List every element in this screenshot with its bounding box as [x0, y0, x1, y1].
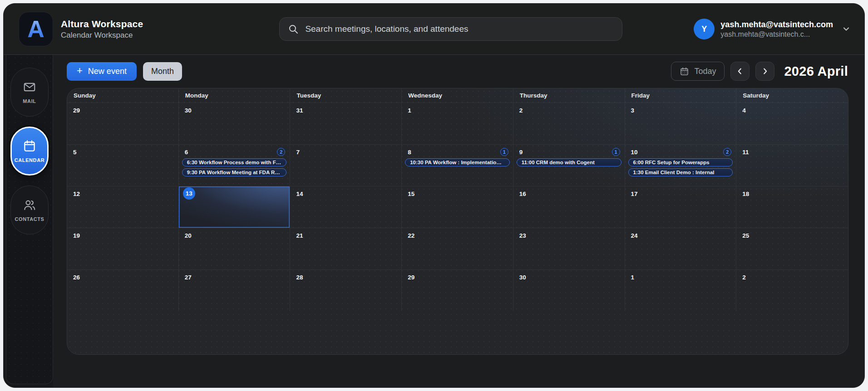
day-cell-9[interactable]: 9111:00 CRM demo with Cogent: [513, 144, 625, 186]
day-cell-top: 29: [405, 272, 510, 282]
day-cell-top: 81: [405, 147, 510, 157]
day-number: 18: [742, 191, 749, 197]
day-cell-14[interactable]: 14: [290, 186, 402, 228]
sidebar-item-calendar[interactable]: CALENDAR: [10, 127, 49, 176]
day-number: 27: [185, 274, 192, 281]
day-cell-top: 20: [182, 230, 287, 240]
day-number: 24: [631, 232, 638, 239]
day-cell-30[interactable]: 30: [513, 269, 625, 311]
day-cell-30[interactable]: 30: [179, 103, 291, 144]
day-cell-4[interactable]: 4: [736, 103, 848, 144]
day-number: 14: [296, 191, 303, 197]
day-cell-19[interactable]: 19: [67, 228, 179, 269]
title-block: Altura Workspace Calendar Workspace: [61, 19, 143, 40]
sidebar-item-label: CONTACTS: [15, 216, 44, 222]
calendar-panel: SundayMondayTuesdayWednesdayThursdayFrid…: [67, 88, 848, 355]
day-number: 31: [296, 107, 303, 114]
day-cell-13[interactable]: 13: [179, 186, 291, 228]
day-cell-29[interactable]: 29: [402, 269, 513, 311]
day-cell-31[interactable]: 31: [290, 103, 402, 144]
day-cell-3[interactable]: 3: [625, 103, 737, 144]
event-pill[interactable]: 10:30 PA Workflow : Implementation & Te.…: [405, 158, 510, 166]
new-event-button[interactable]: + New event: [67, 62, 137, 81]
day-cell-top: 102: [628, 147, 733, 157]
day-number: 3: [631, 107, 635, 114]
event-pill[interactable]: 6:00 RFC Setup for Powerapps: [628, 158, 733, 166]
toolbar: + New event Month: [53, 55, 864, 84]
day-cell-25[interactable]: 25: [736, 228, 848, 269]
day-cell-2[interactable]: 2: [513, 103, 625, 144]
app-title: Altura Workspace: [61, 19, 143, 29]
event-count-badge: 2: [723, 148, 731, 156]
app-window: A Altura Workspace Calendar Workspace Y …: [3, 3, 865, 388]
day-cell-16[interactable]: 16: [513, 186, 625, 228]
calendar-icon: [23, 139, 36, 153]
day-cell-24[interactable]: 24: [625, 228, 737, 269]
day-cell-1[interactable]: 1: [402, 103, 513, 144]
weekday-header: Sunday: [67, 88, 179, 103]
day-cell-top: 62: [182, 147, 287, 157]
event-count-badge: 1: [612, 148, 620, 156]
plus-icon: +: [77, 66, 83, 76]
weekday-header: Wednesday: [402, 88, 513, 103]
day-number: 19: [73, 232, 80, 239]
day-number: 23: [519, 232, 526, 239]
day-cell-23[interactable]: 23: [513, 228, 625, 269]
user-menu[interactable]: Y yash.mehta@vatsintech.com yash.mehta@v…: [694, 19, 851, 39]
day-cell-21[interactable]: 21: [290, 228, 402, 269]
chevron-right-icon: [761, 67, 769, 75]
sidebar-item-contacts[interactable]: CONTACTS: [10, 186, 49, 235]
weekday-header-row: SundayMondayTuesdayWednesdayThursdayFrid…: [67, 88, 848, 103]
day-cell-top: 4: [740, 105, 845, 115]
day-number: 2: [519, 107, 523, 114]
day-cell-10[interactable]: 1026:00 RFC Setup for Powerapps1:30 Emai…: [625, 144, 737, 186]
day-cell-27[interactable]: 27: [179, 269, 291, 311]
today-button[interactable]: Today: [671, 62, 725, 81]
search-input[interactable]: [305, 24, 614, 34]
weekday-header: Thursday: [513, 88, 625, 103]
sidebar: MAIL CALENDAR: [6, 55, 53, 384]
day-cell-2[interactable]: 2: [736, 269, 848, 311]
day-number: 26: [73, 274, 80, 281]
header: A Altura Workspace Calendar Workspace Y …: [4, 4, 864, 55]
calendar-small-icon: [680, 67, 689, 76]
event-pill[interactable]: 9:30 PA Workflow Meeting at FDA Room: [182, 168, 287, 176]
event-pill[interactable]: 11:00 CRM demo with Cogent: [517, 158, 621, 166]
body: MAIL CALENDAR: [4, 55, 864, 388]
day-number: 2: [742, 274, 746, 281]
day-cell-top: 21: [293, 230, 398, 240]
view-mode-button[interactable]: Month: [143, 62, 182, 81]
day-number: 1: [408, 107, 411, 114]
day-cell-6[interactable]: 626:30 Workflow Process demo with Fujifi…: [179, 144, 291, 186]
toolbar-right: Today: [671, 62, 848, 81]
day-cell-7[interactable]: 7: [290, 144, 402, 186]
next-month-button[interactable]: [755, 62, 774, 81]
day-cell-20[interactable]: 20: [179, 228, 291, 269]
new-event-label: New event: [88, 67, 127, 76]
day-cell-1[interactable]: 1: [625, 269, 737, 311]
day-cell-28[interactable]: 28: [290, 269, 402, 311]
day-cell-top: 12: [70, 189, 175, 199]
day-number: 22: [408, 232, 414, 239]
sidebar-item-mail[interactable]: MAIL: [10, 68, 49, 117]
day-cell-8[interactable]: 8110:30 PA Workflow : Implementation & T…: [402, 144, 513, 186]
day-number: 30: [185, 107, 192, 114]
day-cell-top: 1: [628, 272, 733, 282]
event-list: 6:00 RFC Setup for Powerapps1:30 Email C…: [628, 158, 733, 176]
day-cell-11[interactable]: 11: [736, 144, 848, 186]
day-cell-17[interactable]: 17: [625, 186, 737, 228]
search-bar[interactable]: [279, 17, 622, 41]
day-cell-22[interactable]: 22: [402, 228, 513, 269]
day-cell-26[interactable]: 26: [67, 269, 179, 311]
day-cell-15[interactable]: 15: [402, 186, 513, 228]
day-cell-12[interactable]: 12: [67, 186, 179, 228]
event-pill[interactable]: 1:30 Email Client Demo : Internal: [628, 168, 733, 176]
period-title: 2026 April: [784, 64, 848, 79]
prev-month-button[interactable]: [730, 62, 750, 81]
event-pill[interactable]: 6:30 Workflow Process demo with Fujifilm: [182, 158, 287, 166]
day-cell-29[interactable]: 29: [67, 103, 179, 144]
day-cell-18[interactable]: 18: [736, 186, 848, 228]
day-number: 29: [408, 274, 414, 281]
day-cell-5[interactable]: 5: [67, 144, 179, 186]
day-number: 25: [742, 232, 749, 239]
